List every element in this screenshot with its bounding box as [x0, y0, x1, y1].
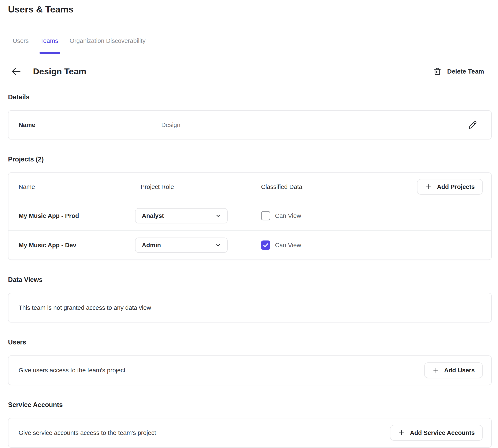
column-header-project-role: Project Role	[135, 183, 261, 191]
check-icon	[262, 242, 269, 248]
classified-data-cell: Can View	[261, 211, 483, 220]
active-tab-underline	[40, 52, 60, 54]
arrow-left-icon	[11, 66, 22, 77]
add-projects-label: Add Projects	[437, 183, 475, 191]
pencil-icon	[468, 120, 477, 129]
trash-icon	[433, 67, 442, 76]
plus-icon	[432, 367, 439, 374]
team-title: Design Team	[33, 66, 86, 77]
table-row: My Music App - Dev Admin Can View	[8, 230, 491, 259]
delete-team-label: Delete Team	[447, 68, 484, 75]
team-header: Design Team Delete Team	[8, 65, 492, 77]
service-accounts-heading: Service Accounts	[8, 401, 492, 409]
classified-data-cell: Can View	[261, 240, 483, 250]
delete-team-button[interactable]: Delete Team	[433, 67, 484, 76]
project-name: My Music App - Prod	[19, 212, 135, 219]
can-view-label: Can View	[275, 242, 301, 249]
add-service-accounts-button[interactable]: Add Service Accounts	[390, 425, 483, 441]
tab-list: Users Teams Organization Discoverability	[13, 37, 493, 53]
can-view-checkbox[interactable]	[261, 240, 270, 250]
chevron-down-icon	[215, 242, 221, 248]
data-views-heading: Data Views	[8, 276, 492, 284]
details-card: Name Design	[8, 110, 492, 140]
projects-card: Name Project Role Classified Data Add Pr…	[8, 173, 492, 260]
column-header-name: Name	[19, 183, 135, 191]
name-label: Name	[19, 122, 161, 128]
project-role-value: Analyst	[142, 212, 164, 219]
can-view-label: Can View	[275, 212, 301, 219]
edit-name-button[interactable]	[467, 120, 478, 130]
plus-icon	[398, 429, 405, 436]
name-value: Design	[161, 122, 467, 128]
add-users-label: Add Users	[444, 367, 475, 374]
back-button[interactable]	[10, 65, 22, 77]
add-projects-button[interactable]: Add Projects	[417, 179, 483, 195]
users-empty-text: Give users access to the team's project	[19, 367, 125, 374]
chevron-down-icon	[215, 213, 221, 219]
tab-teams-label: Teams	[40, 37, 58, 44]
service-accounts-card: Give service accounts access to the team…	[8, 418, 492, 448]
users-card: Give users access to the team's project …	[8, 355, 492, 385]
project-role-select[interactable]: Admin	[135, 238, 228, 253]
projects-heading: Projects (2)	[8, 156, 492, 163]
tab-organization-discoverability-label: Organization Discoverability	[69, 37, 145, 44]
tab-users-label: Users	[13, 37, 29, 44]
tab-teams[interactable]: Teams	[40, 37, 58, 53]
project-role-select[interactable]: Analyst	[135, 208, 228, 223]
page-title: Users & Teams	[8, 4, 492, 15]
add-users-button[interactable]: Add Users	[424, 362, 483, 378]
project-role-value: Admin	[142, 242, 161, 249]
details-heading: Details	[8, 93, 492, 101]
users-heading: Users	[8, 338, 492, 346]
plus-icon	[425, 183, 432, 191]
can-view-checkbox[interactable]	[261, 211, 270, 220]
data-views-empty-text: This team is not granted access to any d…	[19, 304, 151, 311]
tab-users[interactable]: Users	[13, 37, 29, 53]
service-accounts-empty-text: Give service accounts access to the team…	[19, 429, 156, 436]
add-service-accounts-label: Add Service Accounts	[410, 429, 475, 436]
projects-table-header: Name Project Role Classified Data Add Pr…	[8, 173, 491, 201]
tab-bar: Users Teams Organization Discoverability	[8, 37, 493, 53]
data-views-card: This team is not granted access to any d…	[8, 293, 492, 322]
table-row: My Music App - Prod Analyst Can View	[8, 201, 491, 230]
column-header-classified-data: Classified Data	[261, 183, 417, 191]
tab-organization-discoverability[interactable]: Organization Discoverability	[69, 37, 145, 53]
users-teams-page: Users & Teams Users Teams Organization D…	[0, 0, 498, 448]
project-name: My Music App - Dev	[19, 242, 135, 249]
